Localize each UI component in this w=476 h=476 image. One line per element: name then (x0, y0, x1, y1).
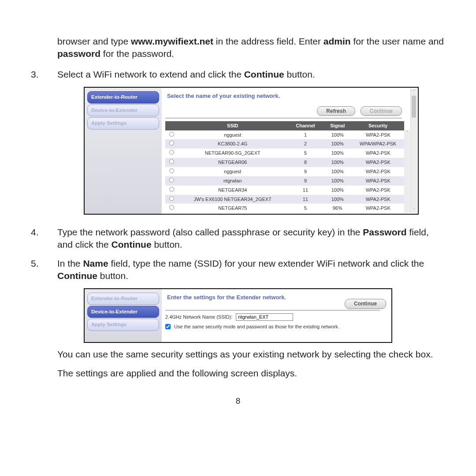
scroll-up-icon[interactable]: ˄ (404, 130, 410, 135)
tab-device-to-extender[interactable]: Device-to-Extender (87, 306, 159, 318)
cell-signal: 96% (323, 204, 352, 213)
cell-ssid: NETGEAR90-5G_2GEXT (178, 149, 287, 158)
panel-scrollbar[interactable]: ˄ ˅ (410, 89, 417, 213)
network-radio[interactable] (169, 141, 174, 145)
cell-security: WPA2-PSK (352, 130, 404, 140)
tab-device-to-extender[interactable]: Device-to-Extender (87, 104, 159, 117)
network-radio[interactable] (169, 132, 174, 137)
table-scrollbar[interactable]: ˄ (404, 130, 410, 213)
panel-heading: Enter the settings for the Extender netw… (167, 294, 286, 301)
cell-channel: 5 (287, 204, 323, 213)
cell-channel: 1 (287, 130, 323, 140)
cell-security: WPA2-PSK (352, 204, 404, 213)
cell-channel: 9 (287, 176, 323, 186)
step-number: 3. (31, 68, 57, 220)
network-radio[interactable] (169, 196, 174, 201)
table-row[interactable]: NETGEAR068100%WPA2-PSK (165, 158, 404, 167)
screenshot-select-network: Extender-to-Router Device-to-Extender Ap… (84, 87, 419, 215)
step-5: 5. In the Name field, type the name (SSI… (31, 257, 445, 386)
cell-channel: 9 (287, 167, 323, 176)
ssid-input[interactable] (236, 313, 293, 321)
cell-ssid: JW's EX6100 NETGEAR34_2GEXT (178, 195, 287, 204)
cell-signal: 100% (323, 158, 352, 167)
cell-security: WPA2-PSK (352, 149, 404, 158)
col-ssid: SSID (178, 121, 287, 130)
wizard-sidebar: Extender-to-Router Device-to-Extender Ap… (85, 289, 162, 342)
page-number: 8 (31, 395, 445, 407)
cell-security: WPA2-PSK (352, 186, 404, 195)
network-table: SSID Channel Signal Security ngguest1100… (165, 121, 404, 213)
network-radio[interactable] (169, 159, 174, 164)
cell-ssid: ntgrwlan (178, 176, 287, 186)
table-row[interactable]: NETGEAR90-5G_2GEXT5100%WPA2-PSK (165, 149, 404, 158)
cell-security: WPA2-PSK (352, 195, 404, 204)
cell-ssid: ngguest (178, 167, 287, 176)
network-radio[interactable] (169, 205, 174, 210)
refresh-button[interactable]: Refresh (317, 106, 355, 116)
screenshot-extender-settings: Extender-to-Router Device-to-Extender Ap… (84, 288, 392, 343)
table-row[interactable]: KC3800-2.4G2100%WPA/WPA2-PSK (165, 139, 404, 149)
network-radio[interactable] (169, 187, 174, 192)
cell-security: WPA/WPA2-PSK (352, 139, 404, 149)
cell-ssid: NETGEAR34 (178, 186, 287, 195)
cell-security: WPA2-PSK (352, 176, 404, 186)
cell-signal: 100% (323, 176, 352, 186)
cell-signal: 100% (323, 130, 352, 140)
table-row[interactable]: ngguest9100%WPA2-PSK (165, 167, 404, 176)
cell-signal: 100% (323, 139, 352, 149)
cell-ssid: KC3800-2.4G (178, 139, 287, 149)
cell-channel: 8 (287, 158, 323, 167)
intro-text: browser and type www.mywifiext.net in th… (57, 35, 445, 60)
scroll-down-icon[interactable]: ˅ (411, 207, 417, 213)
continue-button[interactable]: Continue (361, 106, 402, 116)
cell-signal: 100% (323, 167, 352, 176)
col-channel: Channel (287, 121, 323, 130)
panel-heading: Select the name of your existing network… (167, 92, 414, 100)
network-radio[interactable] (169, 178, 174, 182)
tab-apply-settings[interactable]: Apply Settings (87, 319, 159, 331)
cell-channel: 5 (287, 149, 323, 158)
cell-signal: 100% (323, 186, 352, 195)
cell-security: WPA2-PSK (352, 158, 404, 167)
table-row[interactable]: JW's EX6100 NETGEAR34_2GEXT11100%WPA2-PS… (165, 195, 404, 204)
cell-channel: 11 (287, 186, 323, 195)
same-security-label: Use the same security mode and password … (174, 324, 339, 330)
table-row[interactable]: NETGEAR3411100%WPA2-PSK (165, 186, 404, 195)
table-row[interactable]: ngguest1100%WPA2-PSK (165, 130, 404, 140)
scroll-up-icon[interactable]: ˄ (411, 89, 417, 95)
cell-ssid: NETGEAR75 (178, 204, 287, 213)
note-same-security: You can use the same security settings a… (57, 348, 445, 361)
table-row[interactable]: NETGEAR75596%WPA2-PSK (165, 204, 404, 213)
note-settings-applied: The settings are applied and the followi… (57, 367, 445, 379)
tab-extender-to-router[interactable]: Extender-to-Router (87, 293, 159, 305)
network-radio[interactable] (169, 168, 174, 173)
cell-security: WPA2-PSK (352, 167, 404, 176)
step-number: 5. (31, 257, 57, 386)
step-number: 4. (31, 226, 57, 251)
network-radio[interactable] (169, 150, 174, 155)
table-row[interactable]: ntgrwlan9100%WPA2-PSK (165, 176, 404, 186)
cell-signal: 100% (323, 149, 352, 158)
col-security: Security (352, 121, 404, 130)
cell-channel: 2 (287, 139, 323, 149)
same-security-checkbox[interactable] (165, 324, 171, 329)
step-3: 3. Select a WiFi network to extend and c… (31, 68, 445, 220)
scroll-thumb[interactable] (412, 96, 416, 118)
cell-signal: 100% (323, 195, 352, 204)
continue-button[interactable]: Continue (345, 299, 386, 309)
tab-apply-settings[interactable]: Apply Settings (87, 117, 159, 130)
col-signal: Signal (323, 121, 352, 130)
step-4: 4. Type the network password (also calle… (31, 226, 445, 251)
cell-channel: 11 (287, 195, 323, 204)
cell-ssid: NETGEAR06 (178, 158, 287, 167)
cell-ssid: ngguest (178, 130, 287, 140)
ssid-label: 2.4GHz Network Name (SSID): (165, 314, 232, 320)
wizard-sidebar: Extender-to-Router Device-to-Extender Ap… (85, 88, 162, 214)
tab-extender-to-router[interactable]: Extender-to-Router (87, 91, 159, 104)
